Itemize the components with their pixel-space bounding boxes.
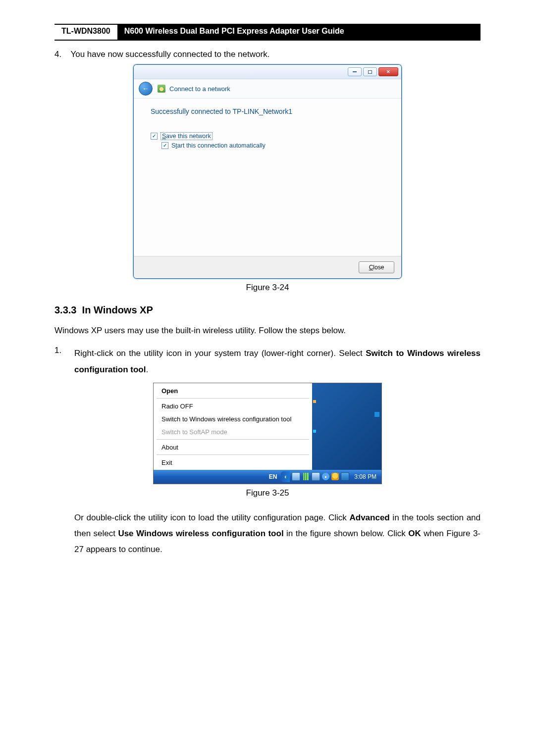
save-network-row[interactable]: Save this network	[151, 132, 389, 140]
tray-display-icon[interactable]	[312, 472, 320, 481]
menu-separator	[157, 439, 309, 440]
xp-taskbar: EN 3:08 PM	[154, 470, 381, 484]
desktop-slice	[312, 383, 381, 470]
menu-open[interactable]: Open	[154, 384, 312, 397]
menu-softap: Switch to SoftAP mode	[154, 425, 312, 438]
dialog-footer: Close	[134, 256, 401, 278]
tray-signal-icon[interactable]	[302, 473, 310, 480]
minimize-button[interactable]	[348, 67, 362, 76]
step-text: Right-click on the utility icon in your …	[74, 346, 481, 378]
dialog-nav-row: ← Connect to a network	[134, 79, 401, 99]
close-window-button[interactable]: ✕	[378, 67, 398, 76]
tray-expand-icon[interactable]	[281, 471, 290, 482]
menu-separator	[157, 454, 309, 455]
success-message: Successfully connected to TP-LINK_Networ…	[151, 107, 389, 115]
language-indicator[interactable]: EN	[267, 472, 279, 481]
menu-radio-off[interactable]: Radio OFF	[154, 400, 312, 412]
tray-network-icon[interactable]	[322, 473, 329, 480]
figure-3-24-caption: Figure 3-24	[54, 283, 481, 293]
menu-separator	[157, 398, 309, 399]
save-network-label: Save this network	[160, 132, 213, 140]
page-header: TL-WDN3800 N600 Wireless Dual Band PCI E…	[54, 24, 481, 41]
menu-about[interactable]: About	[154, 441, 312, 454]
step-text: You have now successfully connected to t…	[70, 50, 269, 59]
maximize-button[interactable]	[363, 67, 377, 76]
figure-3-25-caption: Figure 3-25	[54, 488, 481, 498]
auto-start-row[interactable]: Start this connection automatically	[161, 142, 389, 149]
section-title: In Windows XP	[82, 304, 153, 315]
tray-shield-icon[interactable]	[331, 473, 339, 480]
step-4: 4. You have now successfully connected t…	[54, 50, 481, 59]
tray-monitor-icon[interactable]	[292, 472, 300, 481]
close-button[interactable]: Close	[359, 261, 394, 273]
tray-device-icon[interactable]	[341, 472, 349, 481]
xp-menu-area: Open Radio OFF Switch to Windows wireles…	[154, 383, 381, 470]
menu-exit[interactable]: Exit	[154, 456, 312, 469]
model-number: TL-WDN3800	[54, 25, 117, 40]
network-icon	[158, 85, 165, 93]
alt-instructions: Or double-click the utility icon to load…	[74, 510, 481, 558]
step-1: 1. Right-click on the utility icon in yo…	[54, 346, 481, 378]
step-number: 4.	[54, 50, 68, 59]
dialog-body: Successfully connected to TP-LINK_Networ…	[134, 99, 401, 256]
doc-title: N600 Wireless Dual Band PCI Express Adap…	[117, 25, 481, 40]
taskbar-clock[interactable]: 3:08 PM	[352, 473, 378, 480]
xp-tray-figure: Open Radio OFF Switch to Windows wireles…	[153, 383, 382, 484]
step-number: 1.	[54, 346, 74, 378]
back-button[interactable]: ←	[139, 82, 153, 96]
tray-icons	[292, 472, 349, 481]
vista-dialog: ✕ ← Connect to a network Successfully co…	[133, 64, 402, 279]
section-heading: 3.3.3 In Windows XP	[54, 304, 481, 316]
dialog-title: Connect to a network	[169, 85, 230, 93]
menu-switch-windows[interactable]: Switch to Windows wireless configuration…	[154, 412, 312, 425]
document-page: TL-WDN3800 N600 Wireless Dual Band PCI E…	[0, 0, 535, 756]
xp-intro: Windows XP users may use the built-in wi…	[54, 323, 481, 339]
section-number: 3.3.3	[54, 304, 76, 315]
auto-start-checkbox[interactable]	[161, 142, 168, 149]
window-titlebar: ✕	[134, 65, 401, 79]
save-network-checkbox[interactable]	[151, 133, 158, 140]
auto-start-label: Start this connection automatically	[171, 142, 266, 149]
context-menu: Open Radio OFF Switch to Windows wireles…	[154, 383, 312, 470]
